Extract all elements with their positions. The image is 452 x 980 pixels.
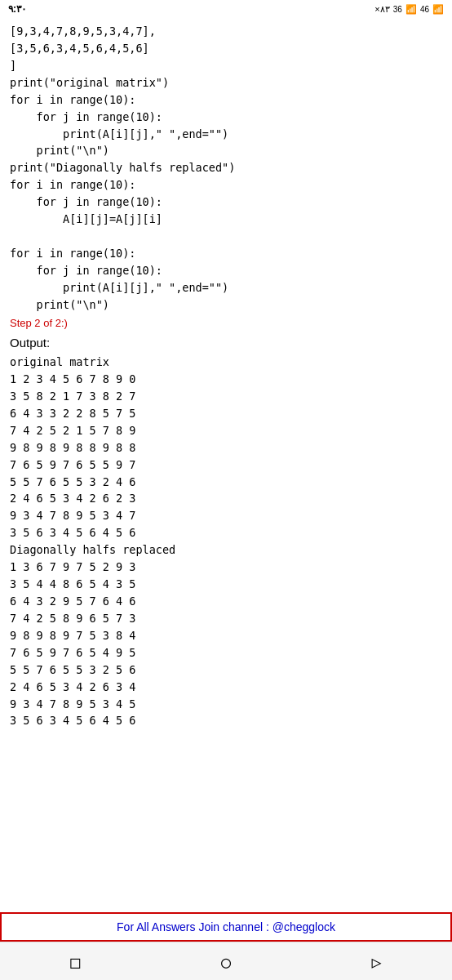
- output-label: Output:: [10, 333, 442, 352]
- time-display: ٩:٣٠: [8, 3, 26, 15]
- signal-46: 46: [420, 5, 429, 14]
- nav-square-button[interactable]: □: [64, 951, 86, 973]
- battery-icon: ×٨٣: [374, 4, 389, 15]
- output-text: original matrix 1 2 3 4 5 6 7 8 9 0 3 5 …: [10, 354, 442, 729]
- signal-bar2-icon: 📶: [432, 4, 444, 15]
- triangle-icon: ▷: [372, 952, 382, 972]
- circle-icon: ○: [221, 952, 231, 972]
- status-bar: ٩:٣٠ ×٨٣ 36 📶 46 📶: [0, 0, 452, 18]
- code-block: [9,3,4,7,8,9,5,3,4,7], [3,5,6,3,4,5,6,4,…: [10, 23, 442, 314]
- nav-back-button[interactable]: ▷: [366, 951, 388, 973]
- signal-36: 36: [393, 5, 402, 14]
- main-content: [9,3,4,7,8,9,5,3,4,7], [3,5,6,3,4,5,6,4,…: [0, 18, 452, 912]
- square-icon: □: [70, 952, 80, 972]
- signal-bar-icon: 📶: [405, 4, 417, 15]
- status-icons: ×٨٣ 36 📶 46 📶: [374, 4, 444, 15]
- step-label: Step 2 of 2:): [10, 315, 442, 332]
- footer-banner: For All Answers Join channel : @cheggloc…: [0, 912, 452, 942]
- footer-text: For All Answers Join channel : @cheggloc…: [117, 920, 335, 933]
- nav-bar: □ ○ ▷: [0, 942, 452, 980]
- nav-home-button[interactable]: ○: [215, 951, 237, 973]
